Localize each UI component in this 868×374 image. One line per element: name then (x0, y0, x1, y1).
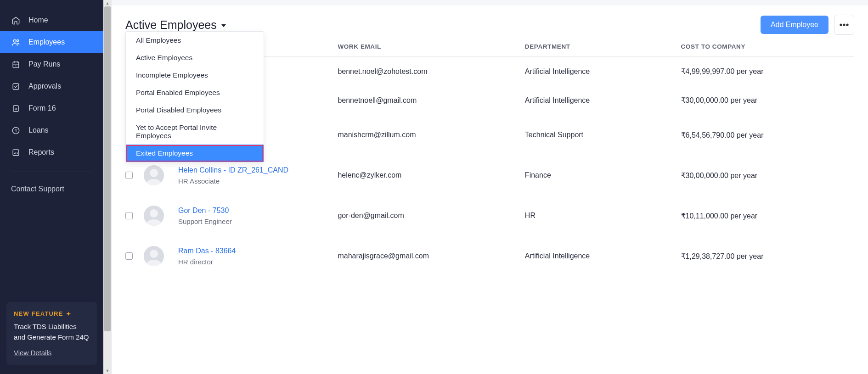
caret-down-icon (221, 24, 226, 27)
dropdown-item-active[interactable]: Active Employees (126, 49, 264, 67)
employee-role: HR director (178, 258, 351, 266)
sidebar-item-label: Home (28, 16, 48, 24)
employee-role: HR Associate (178, 177, 351, 185)
sidebar-item-approvals[interactable]: Approvals (0, 75, 103, 97)
loans-icon: ₹ (11, 126, 20, 135)
cell-department: Technical Support (525, 131, 681, 139)
sparkle-icon: ✦ (66, 311, 71, 317)
filter-dropdown: All Employees Active Employees Incomplet… (125, 31, 264, 162)
dropdown-item-portal-enabled[interactable]: Portal Enabled Employees (126, 84, 264, 101)
column-header-ctc: COST TO COMPANY (681, 43, 854, 50)
sidebar-item-label: Approvals (28, 82, 61, 90)
scroll-thumb[interactable] (104, 6, 111, 331)
contact-support-link[interactable]: Contact Support (0, 180, 103, 202)
home-icon (11, 16, 20, 25)
cell-department: Finance (525, 171, 681, 179)
sidebar-divider (11, 172, 92, 172)
svg-point-0 (13, 39, 16, 42)
svg-text:16: 16 (14, 107, 17, 110)
dropdown-item-yet-to-accept[interactable]: Yet to Accept Portal Invite Employees (126, 119, 264, 145)
sidebar-item-pay-runs[interactable]: Pay Runs (0, 53, 103, 75)
sidebar-item-employees[interactable]: Employees (0, 31, 103, 53)
feature-description: Track TDS Liabilities and Generate Form … (14, 322, 90, 342)
page-title-dropdown-trigger[interactable]: Active Employees (125, 18, 226, 32)
table-row: Ram Das - 83664 HR director maharajisgra… (125, 236, 854, 276)
cell-email: helenc@zylker.com (338, 171, 524, 179)
cell-email: bennet.noel@zohotest.com (338, 67, 524, 76)
sidebar: Home Employees Pay Runs Approvals (0, 0, 103, 374)
row-checkbox[interactable] (125, 212, 133, 219)
page-title: Active Employees (125, 18, 217, 32)
sidebar-item-home[interactable]: Home (0, 9, 103, 31)
pay-runs-icon (11, 60, 20, 69)
sidebar-nav: Home Employees Pay Runs Approvals (0, 0, 103, 296)
reports-icon (11, 148, 20, 157)
cell-email: maharajisgrace@gmail.com (338, 252, 524, 260)
svg-text:₹: ₹ (15, 128, 17, 133)
feature-card: NEW FEATURE ✦ Track TDS Liabilities and … (6, 302, 97, 365)
feature-badge-text: NEW FEATURE (14, 310, 63, 317)
row-checkbox[interactable] (125, 252, 133, 260)
employee-name-link[interactable]: Ram Das - 83664 (178, 247, 351, 255)
employee-role: Support Engineer (178, 218, 351, 225)
cell-email: gor-den@gmail.com (338, 212, 524, 220)
cell-department: Artificial Intelligence (525, 96, 681, 105)
avatar (144, 206, 164, 226)
sidebar-item-reports[interactable]: Reports (0, 141, 103, 163)
scroll-thumb-track[interactable] (103, 6, 112, 368)
scroll-down-icon[interactable]: ▼ (103, 368, 112, 374)
cell-ctc: ₹4,99,99,997.00 per year (681, 67, 854, 76)
sidebar-item-label: Form 16 (28, 104, 56, 112)
sidebar-item-label: Loans (28, 126, 49, 134)
cell-ctc: ₹6,54,56,790.00 per year (681, 131, 854, 140)
cell-ctc: ₹1,29,38,727.00 per year (681, 252, 854, 261)
sidebar-item-label: Reports (28, 148, 54, 156)
avatar (144, 246, 164, 266)
cell-department: HR (525, 212, 681, 220)
employee-name-link[interactable]: Helen Collins - ID ZR_261_CAND (178, 166, 351, 174)
employees-icon (11, 38, 20, 47)
svg-point-1 (17, 39, 18, 41)
form-16-icon: 16 (11, 104, 20, 113)
cell-ctc: ₹10,11,000.00 per year (681, 212, 854, 220)
cell-email: bennetnoell@gmail.com (338, 96, 524, 105)
cell-ctc: ₹30,00,000.00 per year (681, 96, 854, 105)
table-row: Gor Den - 7530 Support Engineer gor-den@… (125, 195, 854, 236)
view-details-link[interactable]: View Details (14, 349, 90, 357)
row-checkbox[interactable] (125, 172, 133, 179)
column-header-email: WORK EMAIL (338, 43, 524, 50)
dots-horizontal-icon: ••• (839, 20, 849, 30)
sidebar-item-loans[interactable]: ₹ Loans (0, 119, 103, 141)
feature-badge: NEW FEATURE ✦ (14, 310, 90, 317)
dropdown-item-incomplete[interactable]: Incomplete Employees (126, 67, 264, 84)
cell-department: Artificial Intelligence (525, 252, 681, 260)
scroll-up-icon[interactable]: ▲ (103, 0, 112, 6)
dropdown-item-exited[interactable]: Exited Employees (126, 145, 264, 162)
cell-department: Artificial Intelligence (525, 67, 681, 76)
avatar (144, 165, 164, 185)
sidebar-item-label: Employees (28, 38, 65, 46)
top-strip (112, 0, 868, 6)
dropdown-item-all[interactable]: All Employees (126, 32, 264, 49)
header-actions: Add Employee ••• (761, 15, 854, 35)
approvals-icon (11, 82, 20, 91)
svg-rect-3 (13, 84, 19, 89)
employee-name-link[interactable]: Gor Den - 7530 (178, 207, 351, 215)
sidebar-scrollbar[interactable]: ▲ ▼ (103, 0, 112, 374)
svg-rect-2 (13, 61, 19, 67)
sidebar-item-label: Pay Runs (28, 60, 60, 68)
column-header-department: DEPARTMENT (525, 43, 681, 50)
dropdown-item-portal-disabled[interactable]: Portal Disabled Employees (126, 101, 264, 119)
cell-email: manishcrm@zillum.com (338, 131, 524, 139)
more-actions-button[interactable]: ••• (834, 15, 854, 35)
cell-ctc: ₹30,00,000.00 per year (681, 171, 854, 180)
main-content: Active Employees Add Employee ••• All Em… (112, 0, 868, 374)
add-employee-button[interactable]: Add Employee (761, 16, 829, 34)
sidebar-item-form-16[interactable]: 16 Form 16 (0, 97, 103, 119)
